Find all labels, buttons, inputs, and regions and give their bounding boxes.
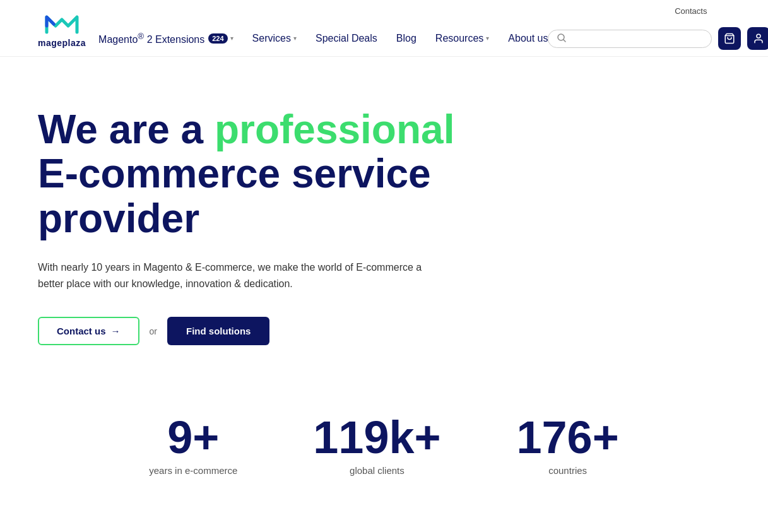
search-bar[interactable]	[548, 30, 712, 48]
nav-item-about-us[interactable]: About us	[508, 33, 548, 44]
extensions-badge: 224	[208, 33, 227, 44]
stat-countries: 176+ countries	[517, 415, 619, 476]
chevron-down-icon: ▾	[230, 35, 233, 42]
svg-line-1	[564, 40, 565, 42]
nav-item-blog[interactable]: Blog	[396, 33, 416, 44]
contact-us-button[interactable]: Contact us →	[38, 317, 139, 345]
search-icon	[557, 33, 566, 44]
site-header: mageplaza Contacts Magento® 2 Extensions…	[0, 0, 768, 57]
cart-button[interactable]	[718, 27, 741, 50]
hero-buttons: Contact us → or Find solutions	[38, 317, 530, 345]
main-nav: Magento® 2 Extensions 224 ▾ Services ▾ S…	[98, 32, 548, 45]
user-button[interactable]	[747, 27, 768, 50]
nav-item-special-deals[interactable]: Special Deals	[316, 33, 377, 44]
stat-years: 9+ years in e-commerce	[149, 415, 237, 476]
header-right	[548, 27, 768, 50]
chevron-down-icon: ▾	[486, 35, 489, 42]
arrow-right-icon: →	[111, 326, 121, 336]
chevron-down-icon: ▾	[293, 35, 297, 42]
nav-item-resources[interactable]: Resources ▾	[435, 33, 489, 44]
contacts-link[interactable]: Contacts	[675, 6, 707, 16]
or-divider: or	[150, 326, 157, 336]
search-input[interactable]	[570, 33, 702, 44]
logo-icon	[43, 8, 81, 37]
hero-subtext: With nearly 10 years in Magento & E-comm…	[38, 259, 448, 292]
logo[interactable]: mageplaza	[38, 8, 86, 48]
hero-section: We are a professional E-commerce service…	[0, 57, 568, 383]
stat-clients: 119k+ global clients	[313, 415, 440, 476]
find-solutions-button[interactable]: Find solutions	[167, 317, 270, 345]
logo-text: mageplaza	[38, 38, 86, 48]
stats-section: 9+ years in e-commerce 119k+ global clie…	[0, 383, 768, 501]
nav-item-services[interactable]: Services ▾	[252, 33, 297, 44]
nav-item-magento[interactable]: Magento® 2 Extensions 224 ▾	[98, 32, 233, 45]
hero-heading: We are a professional E-commerce service…	[38, 107, 530, 240]
svg-point-3	[757, 34, 760, 38]
